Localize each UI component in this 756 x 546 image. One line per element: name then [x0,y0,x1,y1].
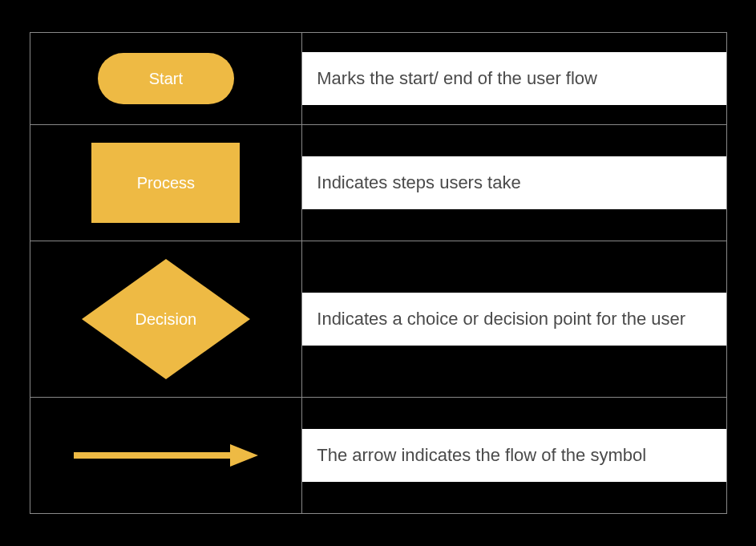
svg-marker-2 [230,444,258,467]
shape-label: Process [137,174,195,192]
desc-cell-start: Marks the start/ end of the user flow [302,33,726,125]
legend-row-arrow: The arrow indicates the flow of the symb… [30,398,726,514]
legend-row-process: Process Indicates steps users take [30,125,726,241]
arrow-shape [74,443,258,467]
description-text: Indicates a choice or decision point for… [302,293,726,346]
desc-cell-decision: Indicates a choice or decision point for… [302,241,726,398]
legend-row-decision: Decision Indicates a choice or decision … [30,241,726,398]
legend-row-start: Start Marks the start/ end of the user f… [30,33,726,125]
shape-cell-arrow [30,398,302,514]
description-text: Indicates steps users take [302,156,726,210]
shape-cell-decision: Decision [30,241,302,398]
process-shape: Process [91,143,240,223]
desc-cell-process: Indicates steps users take [302,125,726,241]
shape-label: Start [149,70,183,88]
decision-shape: Decision [82,259,250,379]
description-text: Marks the start/ end of the user flow [302,52,726,106]
flowchart-legend-table: Start Marks the start/ end of the user f… [30,32,727,514]
shape-cell-start: Start [30,33,302,125]
desc-cell-arrow: The arrow indicates the flow of the symb… [302,398,726,514]
terminator-shape: Start [98,53,234,104]
description-text: The arrow indicates the flow of the symb… [302,429,726,483]
shape-label: Decision [135,310,197,329]
shape-cell-process: Process [30,125,302,241]
